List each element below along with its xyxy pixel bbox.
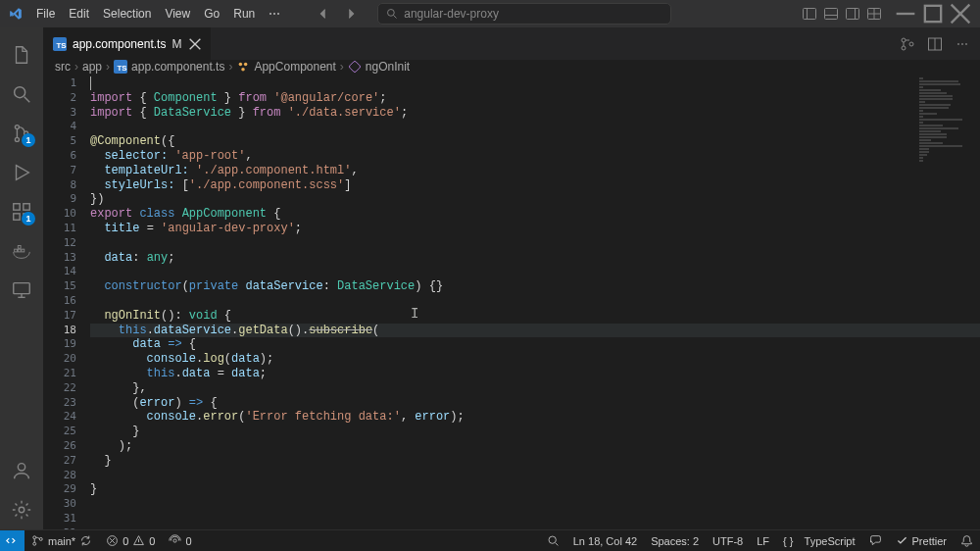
- search-icon: [386, 8, 398, 20]
- code-area[interactable]: import { Component } from '@angular/core…: [90, 74, 980, 541]
- layout-controls: [802, 6, 882, 22]
- svg-point-50: [39, 537, 42, 540]
- activity-bar: 1 1: [0, 27, 43, 529]
- menu-run[interactable]: Run: [226, 0, 262, 27]
- compare-changes-icon[interactable]: [900, 36, 915, 52]
- svg-point-55: [173, 539, 176, 542]
- svg-rect-23: [24, 204, 29, 210]
- activity-search-icon[interactable]: [0, 75, 43, 114]
- svg-point-18: [15, 137, 19, 141]
- typescript-file-icon: TS: [114, 60, 127, 74]
- menu-file[interactable]: File: [29, 0, 62, 27]
- svg-rect-27: [18, 246, 21, 249]
- breadcrumbs[interactable]: src› app› TS app.component.ts › AppCompo…: [43, 60, 980, 74]
- breadcrumb-method[interactable]: ngOnInit: [348, 60, 410, 74]
- activity-source-control-icon[interactable]: 1: [0, 114, 43, 153]
- tab-bar: TS app.component.ts M ⋯: [43, 27, 980, 60]
- command-center-text: angular-dev-proxy: [404, 7, 499, 21]
- scm-badge: 1: [22, 133, 35, 147]
- svg-line-57: [556, 543, 558, 545]
- typescript-file-icon: TS: [53, 37, 67, 51]
- command-center[interactable]: angular-dev-proxy: [377, 3, 671, 25]
- line-gutter: 1234567891011121314151617181920212223242…: [43, 74, 90, 541]
- split-editor-icon[interactable]: [927, 36, 943, 52]
- remote-indicator[interactable]: [0, 530, 24, 552]
- svg-rect-20: [14, 204, 20, 210]
- status-bar: main* 0 0 0 Ln 18, Col 42 Spaces: 2 UTF-…: [0, 529, 980, 551]
- menu-overflow-icon[interactable]: ⋯: [262, 7, 287, 21]
- svg-rect-25: [18, 249, 21, 252]
- breadcrumb-class[interactable]: AppComponent: [236, 60, 335, 74]
- status-zoom-icon[interactable]: [540, 530, 566, 552]
- status-ports[interactable]: 0: [162, 530, 198, 552]
- svg-text:TS: TS: [118, 64, 127, 73]
- status-notifications-icon[interactable]: [954, 530, 980, 552]
- editor-body[interactable]: 1234567891011121314151617181920212223242…: [43, 74, 980, 541]
- vscode-logo-icon: [8, 6, 24, 22]
- activity-accounts-icon[interactable]: [0, 451, 43, 490]
- status-encoding[interactable]: UTF-8: [706, 530, 750, 552]
- svg-point-32: [19, 507, 24, 513]
- svg-rect-47: [349, 61, 361, 73]
- layout-customize-icon[interactable]: [866, 6, 882, 22]
- activity-settings-icon[interactable]: [0, 490, 43, 529]
- tab-close-icon[interactable]: [187, 36, 203, 52]
- app-menu: File Edit Selection View Go Run ⋯: [6, 0, 287, 27]
- layout-panel-bottom-icon[interactable]: [823, 6, 839, 22]
- editor-region: TS app.component.ts M ⋯ src› app› TS app…: [43, 27, 980, 529]
- sync-icon[interactable]: [79, 534, 92, 547]
- breadcrumb-file[interactable]: TS app.component.ts: [114, 60, 224, 74]
- window-minimize-icon[interactable]: [892, 0, 919, 27]
- breadcrumb-app[interactable]: app: [82, 60, 102, 74]
- title-bar: File Edit Selection View Go Run ⋯ angula…: [0, 0, 980, 27]
- status-problems[interactable]: 0 0: [99, 530, 162, 552]
- svg-point-38: [902, 46, 906, 50]
- menu-selection[interactable]: Selection: [96, 0, 158, 27]
- minimap[interactable]: [919, 77, 968, 166]
- status-cursor-pos[interactable]: Ln 18, Col 42: [566, 530, 644, 552]
- nav-history: [317, 7, 358, 21]
- svg-text:TS: TS: [57, 40, 67, 49]
- svg-point-45: [244, 63, 248, 67]
- activity-explorer-icon[interactable]: [0, 35, 43, 75]
- svg-line-16: [24, 97, 30, 103]
- status-branch[interactable]: main*: [24, 530, 99, 552]
- svg-point-48: [33, 536, 36, 539]
- tab-app-component[interactable]: TS app.component.ts M: [43, 27, 212, 60]
- activity-remote-explorer-icon[interactable]: [0, 271, 43, 310]
- svg-rect-4: [825, 9, 838, 20]
- svg-point-15: [15, 87, 25, 98]
- tab-filename: app.component.ts: [73, 37, 166, 51]
- extensions-badge: 1: [22, 212, 35, 225]
- svg-rect-21: [14, 214, 20, 220]
- layout-panel-right-icon[interactable]: [845, 6, 860, 22]
- braces-icon: { }: [783, 535, 793, 547]
- more-actions-icon[interactable]: ⋯: [955, 36, 970, 52]
- activity-extensions-icon[interactable]: 1: [0, 192, 43, 231]
- menu-view[interactable]: View: [158, 0, 197, 27]
- nav-back-icon[interactable]: [317, 7, 330, 21]
- svg-point-56: [549, 536, 556, 543]
- svg-point-37: [902, 38, 906, 42]
- layout-panel-left-icon[interactable]: [802, 6, 817, 22]
- window-close-icon[interactable]: [947, 0, 974, 27]
- svg-point-46: [242, 68, 246, 72]
- status-indentation[interactable]: Spaces: 2: [644, 530, 706, 552]
- svg-rect-26: [22, 249, 24, 252]
- status-language[interactable]: { } TypeScript: [776, 530, 861, 552]
- status-eol[interactable]: LF: [750, 530, 776, 552]
- activity-run-debug-icon[interactable]: [0, 153, 43, 192]
- status-feedback-icon[interactable]: [862, 530, 889, 552]
- svg-rect-24: [15, 249, 18, 252]
- menu-edit[interactable]: Edit: [62, 0, 96, 27]
- menu-go[interactable]: Go: [197, 0, 226, 27]
- status-prettier[interactable]: Prettier: [889, 530, 954, 552]
- nav-forward-icon[interactable]: [344, 7, 358, 21]
- activity-docker-icon[interactable]: [0, 231, 43, 271]
- text-cursor-icon: I: [411, 306, 418, 322]
- breadcrumb-src[interactable]: src: [55, 60, 71, 74]
- window-maximize-icon[interactable]: [919, 0, 947, 27]
- editor-actions: ⋯: [890, 27, 980, 60]
- svg-point-17: [15, 125, 19, 129]
- svg-rect-12: [925, 6, 941, 22]
